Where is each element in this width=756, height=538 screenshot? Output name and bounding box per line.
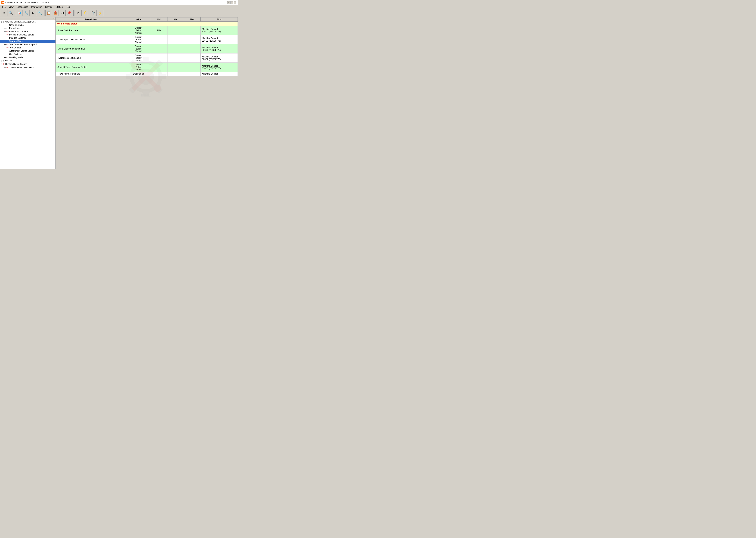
tree-item-plugged-switches[interactable]: — 〰 Plugged Switches	[0, 36, 55, 40]
toolbar-separator-1	[15, 10, 15, 16]
row-desc-straight-travel: Straight Travel Solenoid Status	[56, 63, 126, 72]
row-value-swing-brake: CurrentBelowNormal	[126, 44, 151, 53]
row-max-straight-travel	[184, 63, 200, 72]
tree-item-working-mode[interactable]: — 〰 Working Mode	[0, 56, 55, 59]
menu-diagnostics[interactable]: Diagnostics	[15, 5, 29, 9]
row-value-travel-speed: CurrentBelowNormal	[126, 35, 151, 44]
row-min-swing-brake	[168, 44, 184, 53]
row-max-travel-speed	[184, 35, 200, 44]
toolbar-upload-button[interactable]: 📤	[52, 10, 59, 16]
title-bar-left: ET Cat Electronic Technician 2021B v1.0 …	[1, 1, 49, 4]
toolbar-binoculars-button[interactable]: 🔭	[90, 10, 96, 16]
tree-item-tool-control-operator[interactable]: — 〰 Tool Control Operator Input S...	[0, 43, 55, 46]
row-max-hydraulic-lock	[184, 53, 200, 63]
temp-group-icon: ✳	[7, 67, 8, 69]
status-table: Description Value Unit Min Max ECM 〰 Sol…	[56, 17, 238, 76]
row-max-swing-brake	[184, 44, 200, 53]
tree-item-cab-switches[interactable]: — 〰 Cab Switches	[0, 53, 55, 56]
menu-bar: File View Diagnostics Information Servic…	[0, 5, 238, 9]
toolbar-settings-button[interactable]: 🔩	[37, 10, 43, 16]
header-ecm: ECM	[200, 18, 238, 22]
menu-information[interactable]: Information	[30, 5, 43, 9]
toolbar-diagnostics-button[interactable]: 📊	[16, 10, 23, 16]
tree-panel: ◄ ⊟ ⊞ Machine Control 326D2 (ZBD0... — 〰…	[0, 17, 56, 169]
toolbar-prev-button[interactable]: ⏮	[59, 10, 66, 16]
attachment-icon: 〰	[7, 50, 9, 52]
toolbar-print-button[interactable]: 🖨	[1, 10, 7, 16]
maximize-button[interactable]: □	[231, 1, 233, 4]
solenoid-icon: 〰	[7, 40, 9, 42]
window-title: Cat Electronic Technician 2021B v1.0 - S…	[5, 1, 49, 4]
row-max-travel-alarm	[184, 72, 200, 76]
toolbar-gear-button[interactable]: ⚙	[30, 10, 36, 16]
row-unit-power-shift: kPa	[151, 26, 168, 35]
tree-item-general-status[interactable]: — 〰 General Status	[0, 24, 55, 27]
tool-control-icon: 〰	[7, 47, 9, 49]
svg-text:INNE: INNE	[141, 93, 151, 97]
tree-item-main-pump-control[interactable]: — 〰 Main Pump Control	[0, 30, 55, 33]
toolbar-separator-4	[89, 10, 89, 16]
pump-load-icon: 〰	[7, 27, 9, 29]
menu-file[interactable]: File	[1, 5, 7, 9]
tree-item-tool-control[interactable]: — 〰 Tool Control	[0, 46, 55, 49]
tree-tool-operator-label: Tool Control Operator Input S...	[9, 43, 39, 46]
toolbar-wrench-button[interactable]: 🔧	[23, 10, 29, 16]
menu-utilities[interactable]: Utilities	[54, 5, 64, 9]
toolbar-separator-2	[44, 10, 44, 16]
toolbar-flash2-button[interactable]: ⚡	[97, 10, 103, 16]
table-row: Straight Travel Solenoid Status CurrentB…	[56, 63, 238, 72]
tree-item-machine-control[interactable]: ⊟ ⊞ Machine Control 326D2 (ZBD0...	[0, 20, 55, 24]
plugged-icon: 〰	[7, 37, 9, 39]
toolbar-edit-button[interactable]: ✏	[75, 10, 81, 16]
row-ecm-power-shift: Machine Control326D2 (ZBD00775)	[200, 26, 238, 35]
row-min-hydraulic-lock	[168, 53, 184, 63]
window-controls[interactable]: — □ ✕	[227, 1, 236, 4]
tree-pressure-label: Pressure Switches Status	[9, 33, 34, 36]
row-min-travel-speed	[168, 35, 184, 44]
tree-main-pump-label: Main Pump Control	[9, 30, 28, 33]
row-ecm-swing-brake: Machine Control326D2 (ZBD00775)	[200, 44, 238, 53]
toolbar-pin-button[interactable]: 📌	[66, 10, 73, 16]
row-ecm-hydraulic-lock: Machine Control326D2 (ZBD00775)	[200, 53, 238, 63]
tree-item-temp-group[interactable]: — ✳ <TEMPORARY GROUP>	[0, 66, 55, 69]
section-wave-icon: 〰	[57, 22, 60, 25]
menu-view[interactable]: View	[7, 5, 15, 9]
row-desc-power-shift: Power Shift Pressure	[56, 26, 126, 35]
row-desc-swing-brake: Swing Brake Solenoid Status	[56, 44, 126, 53]
row-min-straight-travel	[168, 63, 184, 72]
toolbar-clipboard-button[interactable]: 📋	[45, 10, 52, 16]
row-value-travel-alarm: Disabled or	[126, 72, 151, 76]
working-mode-icon: 〰	[7, 56, 9, 59]
toolbar-flash-button[interactable]: ⚡	[81, 10, 88, 16]
header-max: Max	[184, 18, 200, 22]
toolbar-search-button[interactable]: 🔍	[8, 10, 14, 16]
tree-item-pump-load[interactable]: — 〰 Pump Load	[0, 27, 55, 30]
menu-service[interactable]: Service	[44, 5, 54, 9]
status-panel: INNE Description Value Unit Min Max ECM	[56, 17, 238, 169]
title-bar: ET Cat Electronic Technician 2021B v1.0 …	[0, 0, 238, 5]
tree-monitor-label: Monitor	[5, 59, 12, 62]
svg-rect-8	[129, 86, 136, 94]
row-value-power-shift: CurrentBelowNormal	[126, 26, 151, 35]
row-ecm-travel-speed: Machine Control326D2 (ZBD00775)	[200, 35, 238, 44]
svg-point-13	[152, 83, 162, 93]
menu-help[interactable]: Help	[65, 5, 72, 9]
toolbar-separator-3	[73, 10, 74, 16]
toolbar: 🖨 🔍 📊 🔧 ⚙ 🔩 📋 📤 ⏮ 📌 ✏ ⚡ 🔭 ⚡	[0, 9, 238, 17]
tree-item-pressure-switches[interactable]: — 〰 Pressure Switches Status	[0, 33, 55, 36]
row-min-power-shift	[168, 26, 184, 35]
close-button[interactable]: ✕	[234, 1, 236, 4]
tree-collapse-button[interactable]: ◄	[53, 18, 55, 20]
custom-status-icon: ✳	[3, 63, 5, 66]
app-icon: ET	[1, 1, 4, 4]
tree-item-custom-status[interactable]: ⊟ ✳ Custom Status Groups	[0, 62, 55, 66]
tree-item-solenoid-status[interactable]: — 〰 Solenoid Status	[0, 40, 55, 43]
monitor-icon: ⊞	[3, 59, 4, 62]
solenoid-section-header: 〰 Solenoid Status	[56, 22, 238, 26]
tree-item-attachment-valves[interactable]: — 〰 Attachment Valves Status	[0, 49, 55, 53]
tree-item-monitor[interactable]: ⊟ ⊞ Monitor	[0, 59, 55, 62]
row-value-hydraulic-lock: CurrentBelowNormal	[126, 53, 151, 63]
tree-custom-status-label: Custom Status Groups	[5, 63, 27, 65]
row-max-power-shift	[184, 26, 200, 35]
minimize-button[interactable]: —	[227, 1, 230, 4]
